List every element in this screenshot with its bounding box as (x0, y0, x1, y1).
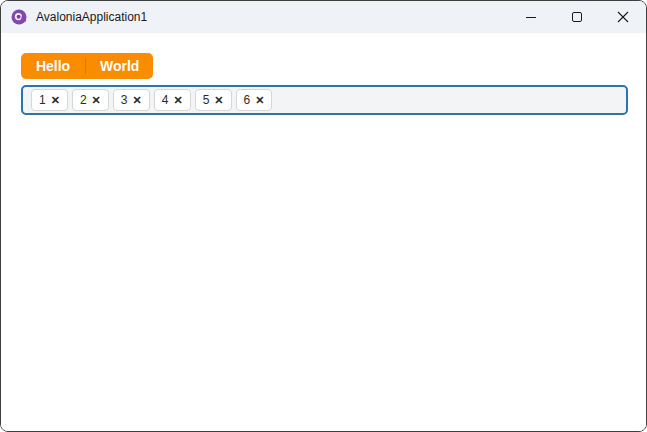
minimize-button[interactable] (508, 1, 554, 33)
chip-close-icon[interactable]: ✕ (214, 95, 223, 106)
close-button[interactable] (600, 1, 646, 33)
app-window: AvaloniaApplication1 Hello World 1 ✕ (0, 0, 647, 432)
chip-4: 4 ✕ (154, 89, 191, 111)
maximize-button[interactable] (554, 1, 600, 33)
chip-close-icon[interactable]: ✕ (173, 95, 182, 106)
chip-label: 4 (162, 93, 169, 107)
chip-label: 5 (203, 93, 210, 107)
tab-strip: Hello World (21, 53, 153, 79)
titlebar[interactable]: AvaloniaApplication1 (1, 1, 646, 33)
window-title: AvaloniaApplication1 (36, 10, 147, 24)
chip-label: 1 (39, 93, 46, 107)
tab-hello[interactable]: Hello (21, 53, 85, 79)
maximize-icon (572, 12, 582, 22)
chip-label: 6 (244, 93, 251, 107)
chip-5: 5 ✕ (195, 89, 232, 111)
chip-6: 6 ✕ (236, 89, 273, 111)
chip-label: 2 (80, 93, 87, 107)
chip-close-icon[interactable]: ✕ (92, 95, 101, 106)
chip-label: 3 (121, 93, 128, 107)
avalonia-logo-icon (11, 9, 27, 25)
tab-world[interactable]: World (86, 53, 153, 79)
minimize-icon (526, 17, 536, 18)
chip-1: 1 ✕ (31, 89, 68, 111)
chip-3: 3 ✕ (113, 89, 150, 111)
chip-close-icon[interactable]: ✕ (133, 95, 142, 106)
chip-close-icon[interactable]: ✕ (51, 95, 60, 106)
close-icon (617, 11, 629, 23)
chips-input-box[interactable]: 1 ✕ 2 ✕ 3 ✕ 4 ✕ 5 ✕ 6 ✕ (21, 85, 628, 115)
chip-2: 2 ✕ (72, 89, 109, 111)
main-content: Hello World 1 ✕ 2 ✕ 3 ✕ 4 ✕ 5 (1, 33, 646, 431)
chip-close-icon[interactable]: ✕ (255, 95, 264, 106)
